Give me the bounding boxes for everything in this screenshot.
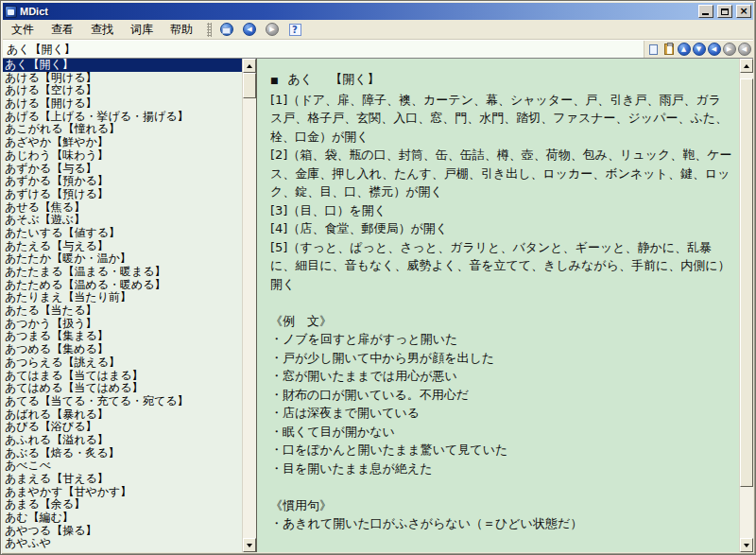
minimize-icon [702, 13, 709, 15]
word-list-item[interactable]: あむ【編む】 [3, 512, 242, 525]
word-list-item[interactable]: あべこべ [3, 460, 242, 473]
word-list-item[interactable]: あふれる【溢れる】 [3, 434, 242, 447]
help-icon: ? [289, 24, 301, 36]
arrow-right-icon: ▶ [723, 43, 736, 56]
word-list-item[interactable]: あばれる【暴れる】 [3, 408, 242, 422]
content-scrollbar[interactable] [739, 59, 753, 552]
word-list-item[interactable]: あたためる【温める・暖める】 [3, 279, 242, 292]
triangle-down-icon [744, 544, 749, 547]
definition-line: ・口をぽかんと開いたまま驚いて見ていた [270, 441, 733, 460]
definition-line: ・あきれて開いた口がふさがらない（＝ひどい状態だ） [270, 514, 733, 533]
scroll-down-button[interactable] [740, 538, 753, 552]
definition-line [270, 293, 733, 312]
jump-back-button[interactable]: ◀ [737, 43, 751, 57]
arrow-up-icon: ▲ [678, 43, 691, 56]
word-list-scrollbar[interactable] [242, 59, 256, 552]
word-list-item[interactable]: あせる【焦る】 [3, 201, 242, 215]
definition-line: ・ノブを回すと扉がすっと開いた [270, 330, 733, 349]
history-forward-button[interactable]: ▶ [722, 43, 736, 57]
arrow-left-icon: ◀ [708, 43, 721, 56]
maximize-button[interactable] [717, 5, 732, 18]
word-list-item[interactable]: あやつる【操る】 [3, 525, 242, 538]
previous-entry-button[interactable]: ▲ [677, 43, 691, 57]
word-list-item[interactable]: あたりまえ【当たり前】 [3, 291, 242, 304]
word-list-item[interactable]: あまえる【甘える】 [3, 473, 242, 486]
menubar: 文件查看查找词库帮助 ◀ ▶ ? [3, 20, 753, 40]
word-list-item[interactable]: あびる【浴びる】 [3, 421, 242, 434]
word-list-item[interactable]: あつまる【集まる】 [3, 330, 242, 343]
word-list-item[interactable]: あける【空ける】 [3, 84, 242, 97]
word-list-item[interactable]: あたいする【値する】 [3, 227, 242, 240]
word-list-item[interactable]: あつらえる【誂える】 [3, 356, 242, 370]
entry-toolbar: ▲ ▼ ◀ ▶ ◀ [644, 41, 753, 58]
definition-line: [2]（箱、袋、瓶の口、封筒、缶、缶詰、樽、壺、荷物、包み、リュック、鞄、ケース… [270, 146, 733, 201]
forward-button[interactable]: ▶ [263, 21, 282, 38]
triangle-up-icon [247, 64, 252, 68]
word-list-item[interactable]: あまる【余る】 [3, 498, 242, 512]
word-list-item[interactable]: あざやか【鮮やか】 [3, 136, 242, 149]
titlebar[interactable]: MDict × [3, 3, 753, 20]
toolbar-gripper [207, 23, 212, 37]
search-row: ▲ ▼ ◀ ▶ ◀ [3, 40, 753, 59]
headword-kana: あく [288, 70, 314, 89]
word-list-item[interactable]: あまやかす【甘やかす】 [3, 486, 242, 499]
definition-line [270, 477, 733, 496]
minimize-button[interactable] [698, 5, 713, 18]
copy-button[interactable] [646, 43, 661, 57]
close-button[interactable]: × [736, 5, 751, 18]
word-list-item[interactable]: あたえる【与える】 [3, 240, 242, 253]
forward-icon: ▶ [266, 23, 279, 36]
word-list-item[interactable]: あてはまる【当てはまる】 [3, 370, 242, 383]
close-icon: × [739, 7, 747, 16]
history-back-button[interactable]: ◀ [707, 43, 721, 57]
word-list-item[interactable]: あてる【当てる・充てる・宛てる】 [3, 395, 242, 408]
definition-line: ・財布の口が開いている。不用心だ [270, 386, 733, 405]
word-list-item[interactable]: あげる【上げる・挙げる・揚げる】 [3, 111, 242, 124]
word-list-item[interactable]: あずかる【与る】 [3, 163, 242, 176]
back-button[interactable]: ◀ [240, 21, 259, 38]
word-list-item[interactable]: あたる【当たる】 [3, 304, 242, 318]
word-list-item[interactable]: あこがれる【憧れる】 [3, 123, 242, 136]
search-input[interactable] [3, 41, 644, 58]
menu-item[interactable]: 帮助 [162, 21, 201, 38]
app-icon [5, 6, 17, 18]
word-list-item[interactable]: あたたか【暖か・温か】 [3, 252, 242, 266]
word-list-item[interactable]: あやふや [3, 537, 242, 550]
word-list-item[interactable]: あずかる【預かる】 [3, 175, 242, 188]
definition-line: [5]（すっと、ぱっと、さっと、ガラリと、バタンと、ギーッと、静かに、乱暴に、細… [270, 238, 733, 294]
word-list-item[interactable]: あける【開ける】 [3, 97, 242, 111]
scroll-down-button[interactable] [243, 538, 256, 552]
scroll-up-button[interactable] [243, 59, 256, 73]
word-list-item[interactable]: あじわう【味わう】 [3, 149, 242, 163]
dictionary-button[interactable] [217, 21, 236, 38]
word-list-item[interactable]: あてはめる【当てはめる】 [3, 382, 242, 395]
word-list-panel: あく【開く】あける【明ける】あける【空ける】あける【開ける】あげる【上げる・挙げ… [3, 59, 256, 552]
copy-icon [649, 44, 658, 55]
definition-line: ・眠くて目が開かない [270, 423, 733, 442]
entry-bullet-icon: ■ [270, 72, 279, 91]
definition-line: ・目を開いたまま息が絶えた [270, 460, 733, 478]
menu-item[interactable]: 查找 [82, 21, 122, 38]
next-entry-button[interactable]: ▼ [692, 43, 706, 57]
word-list-item[interactable]: あずける【預ける】 [3, 188, 242, 201]
scroll-up-button[interactable] [740, 59, 753, 73]
scrollbar-thumb[interactable] [740, 78, 753, 487]
word-list-item[interactable]: あたたまる【温まる・暖まる】 [3, 266, 242, 279]
menu-item[interactable]: 文件 [3, 21, 43, 38]
word-list-item[interactable]: あつかう【扱う】 [3, 318, 242, 331]
paste-button[interactable] [662, 43, 676, 57]
word-list-item[interactable]: あぶる【焙る・炙る】 [3, 447, 242, 460]
dictionary-icon [220, 23, 233, 36]
word-list-item[interactable]: あつめる【集める】 [3, 343, 242, 356]
scrollbar-thumb[interactable] [243, 73, 256, 98]
definition-line: ・戸が少し開いて中から男が顔を出した [270, 349, 733, 368]
word-list-item[interactable]: あそぶ【遊ぶ】 [3, 214, 242, 227]
menu-item[interactable]: 查看 [43, 21, 82, 38]
definition-line: ・店は深夜まで開いている [270, 404, 733, 423]
menu-item[interactable]: 词库 [122, 21, 162, 38]
word-list-item[interactable]: あく【開く】 [3, 59, 242, 72]
definition-line: 《例 文》 [270, 312, 733, 331]
help-button[interactable]: ? [285, 21, 304, 38]
arrow-left-disabled-icon: ◀ [738, 43, 751, 56]
word-list-item[interactable]: あける【明ける】 [3, 72, 242, 85]
